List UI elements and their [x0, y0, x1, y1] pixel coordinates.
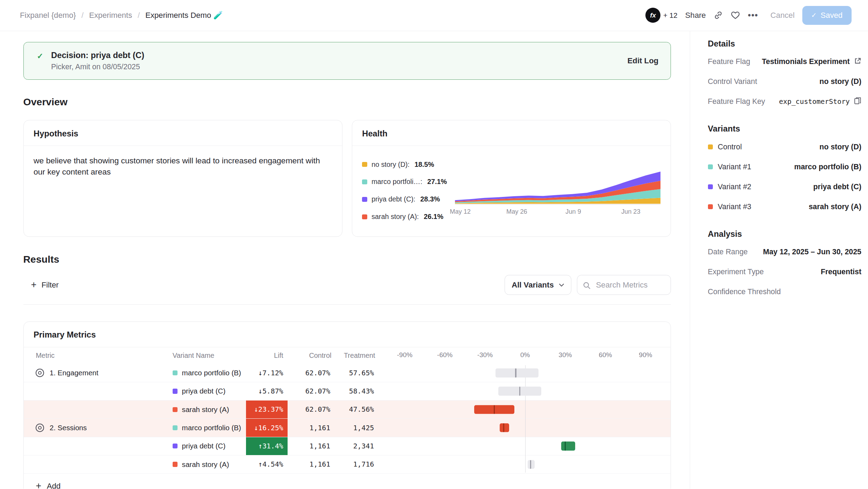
legend-item: marco portfoli…:27.1%: [362, 178, 455, 186]
breadcrumb: Fixpanel {demo}/Experiments/Experiments …: [20, 10, 223, 20]
col-treatment: Treatment: [331, 352, 375, 360]
external-link-icon[interactable]: [854, 57, 861, 67]
table-row[interactable]: priya debt (C)↑31.4%1,1612,341: [24, 437, 671, 455]
avatar[interactable]: fx: [645, 8, 660, 23]
confidence-interval-bar: [561, 442, 575, 451]
variant-value: no story (D): [819, 143, 861, 151]
saved-label: Saved: [820, 11, 842, 20]
col-variant: Variant Name: [173, 352, 246, 360]
cancel-button[interactable]: Cancel: [771, 11, 795, 20]
table-row[interactable]: priya debt (C)↓5.87%62.07%58.43%: [24, 382, 671, 401]
legend-swatch: [362, 214, 367, 219]
legend-label: marco portfoli…:: [371, 178, 422, 186]
plus-icon: +: [36, 481, 41, 489]
results-divider: [23, 304, 671, 305]
treatment-value: 57.65%: [331, 369, 375, 377]
details-heading: Details: [708, 39, 861, 49]
x-tick-label: May 26: [506, 208, 527, 215]
variant-cell: priya debt (C): [173, 442, 246, 450]
lift-value: ↓5.87%: [246, 382, 288, 400]
variants-heading: Variants: [708, 124, 861, 134]
variant-swatch: [173, 462, 178, 467]
more-options-icon[interactable]: •••: [748, 10, 758, 20]
edit-log-button[interactable]: Edit Log: [628, 56, 659, 65]
detail-value-text: Testimonials Experiment: [762, 57, 849, 66]
table-row[interactable]: 1. Engagementmarco portfolio (B)↓7.12%62…: [24, 364, 671, 382]
metric-cell: 1. Engagement: [24, 369, 173, 377]
ci-median-tick: [494, 405, 495, 414]
detail-value: exp_customerStory: [779, 97, 861, 106]
ci-median-tick: [503, 423, 504, 432]
ci-median-tick: [515, 369, 516, 377]
variant-swatch: [708, 164, 713, 169]
health-title: Health: [352, 120, 671, 146]
analysis-heading: Analysis: [708, 229, 861, 239]
variant-key: Control: [708, 143, 742, 151]
main-content: ✓ Decision: priya debt (C) Picker, Amit …: [0, 31, 690, 489]
variant-cell: sarah story (A): [173, 460, 246, 469]
copy-link-icon[interactable]: [714, 10, 723, 20]
variant-key-label: Variant #2: [718, 183, 751, 191]
variant-swatch: [173, 444, 178, 448]
analysis-row: Experiment TypeFrequentist: [708, 262, 861, 282]
topbar-actions: fx + 12 Share ••• Cancel ✓ Saved: [645, 6, 851, 25]
variant-name: sarah story (A): [182, 405, 229, 414]
saved-button[interactable]: ✓ Saved: [802, 6, 852, 25]
analysis-rows: Date RangeMay 12, 2025 – Jun 30, 2025Exp…: [708, 242, 861, 302]
table-row[interactable]: sarah story (A)↓23.37%62.07%47.56%: [24, 401, 671, 419]
add-filter-button[interactable]: + Filter: [23, 280, 59, 290]
legend-item: sarah story (A):26.1%: [362, 213, 455, 221]
search-metrics: [577, 275, 671, 295]
variant-name: sarah story (A): [182, 460, 229, 469]
legend-value: 26.1%: [424, 213, 443, 221]
legend-item: priya debt (C):28.3%: [362, 195, 455, 203]
breadcrumb-item[interactable]: Experiments: [89, 11, 132, 20]
variants-dropdown-label: All Variants: [512, 281, 554, 290]
control-value: 62.07%: [288, 387, 331, 395]
collaborators-count[interactable]: + 12: [663, 11, 678, 20]
hypothesis-title: Hypothesis: [24, 120, 342, 146]
ci-chart-cell: [375, 364, 670, 382]
variant-swatch: [708, 184, 713, 189]
table-row[interactable]: sarah story (A)↑4.54%1,1611,716: [24, 455, 671, 474]
variant-swatch: [173, 389, 178, 394]
search-input[interactable]: [577, 275, 671, 295]
breadcrumb-item[interactable]: Fixpanel {demo}: [20, 11, 76, 20]
metric-goal-icon: [36, 369, 44, 377]
favorite-icon[interactable]: [731, 11, 740, 20]
axis-tick-label: 90%: [639, 351, 652, 359]
variant-value: priya debt (C): [813, 183, 861, 191]
analysis-label: Date Range: [708, 248, 748, 256]
share-button[interactable]: Share: [685, 11, 706, 20]
clipboard-icon[interactable]: [854, 97, 861, 106]
detail-row: Control Variantno story (D): [708, 72, 861, 92]
ci-axis: -90%-60%-30%0%30%60%90%: [375, 347, 670, 364]
variant-cell: sarah story (A): [173, 405, 246, 414]
chart-x-axis: May 12May 26Jun 9Jun 23: [455, 207, 660, 217]
variants-dropdown[interactable]: All Variants: [505, 275, 571, 295]
detail-label: Control Variant: [708, 77, 757, 86]
col-control: Control: [288, 352, 331, 360]
lift-value: ↓7.12%: [246, 364, 288, 382]
col-lift: Lift: [246, 352, 288, 360]
health-chart: May 12May 26Jun 9Jun 23: [455, 153, 660, 230]
health-legend: no story (D):18.5%marco portfoli…:27.1%p…: [362, 153, 455, 230]
primary-metrics-card: Primary Metrics Metric Variant Name Lift…: [23, 321, 671, 489]
check-icon: ✓: [811, 11, 817, 19]
treatment-value: 1,425: [331, 424, 375, 432]
x-tick-label: Jun 23: [621, 208, 641, 215]
control-value: 1,161: [288, 442, 331, 450]
detail-row: Feature Flag Keyexp_customerStory: [708, 92, 861, 112]
add-metric-button[interactable]: + Add: [24, 474, 61, 489]
variant-name: priya debt (C): [182, 442, 226, 450]
variant-key-label: Control: [718, 143, 742, 151]
table-row[interactable]: 2. Sessionsmarco portfolio (B)↓16.25%1,1…: [24, 419, 671, 437]
check-icon: ✓: [37, 51, 44, 72]
detail-row: Feature FlagTestimonials Experiment: [708, 52, 861, 72]
decision-banner: ✓ Decision: priya debt (C) Picker, Amit …: [23, 42, 671, 79]
legend-value: 28.3%: [420, 195, 440, 203]
breadcrumb-separator: /: [81, 11, 84, 20]
results-heading: Results: [23, 254, 671, 265]
details-rows: Feature FlagTestimonials ExperimentContr…: [708, 52, 861, 112]
breadcrumb-item[interactable]: Experiments Demo 🧪: [145, 10, 223, 20]
